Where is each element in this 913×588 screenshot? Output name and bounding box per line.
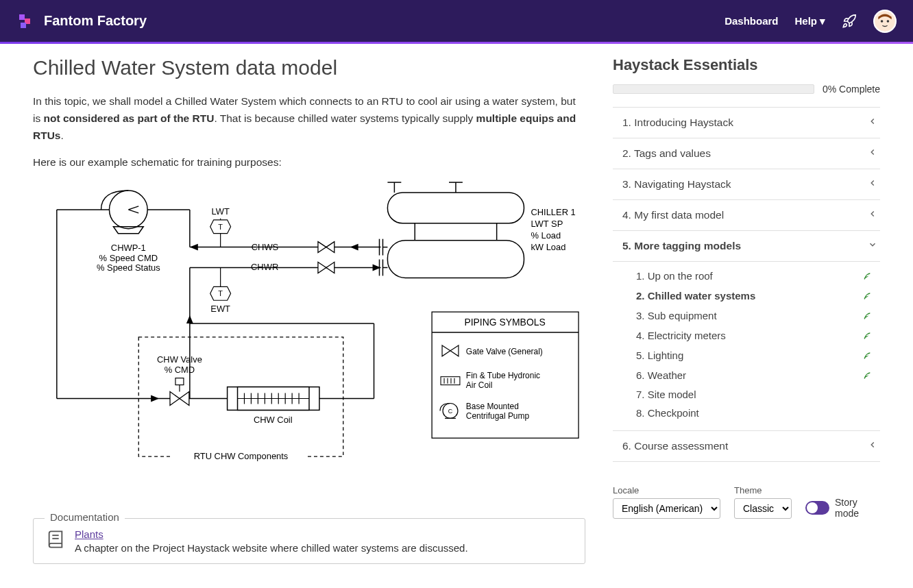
- svg-text:Base Mounted: Base Mounted: [466, 402, 519, 412]
- schematic-diagram: CHWP-1 % Speed CMD % Speed Status LWT T …: [33, 178, 585, 487]
- toc-sub-item[interactable]: 8. Checkpoint: [613, 404, 880, 422]
- toc-sub-label: 1. Up on the roof: [636, 270, 713, 282]
- toc-sub-item[interactable]: 7. Site model: [613, 385, 880, 404]
- svg-text:Gate Valve (General): Gate Valve (General): [466, 347, 543, 356]
- avatar[interactable]: [873, 10, 897, 33]
- svg-text:% Load: % Load: [531, 230, 561, 241]
- intro-end: .: [60, 130, 63, 141]
- toc-section[interactable]: 1. Introducing Haystack: [613, 107, 880, 138]
- toc-section[interactable]: 4. My first data model: [613, 200, 880, 231]
- svg-marker-20: [326, 242, 334, 253]
- svg-marker-17: [190, 244, 198, 251]
- header-right: Dashboard Help ▾: [725, 10, 897, 33]
- nav-help[interactable]: Help ▾: [794, 15, 825, 27]
- chevron-left-icon: [868, 178, 877, 191]
- toc-sub-label: 3. Sub equipment: [636, 310, 717, 321]
- nav-help-label: Help: [794, 15, 817, 27]
- toc-sub-label: 4. Electricity meters: [636, 330, 726, 341]
- rocket-icon[interactable]: [842, 14, 857, 29]
- svg-text:% Speed Status: % Speed Status: [97, 263, 160, 273]
- toc-section[interactable]: 2. Tags and values: [613, 138, 880, 169]
- toc-section[interactable]: 6. Course assessment: [613, 431, 880, 462]
- brand-name: Fantom Factory: [44, 13, 147, 29]
- doc-link-plants[interactable]: Plants: [75, 528, 104, 540]
- intro-bold1: not considered as part of the RTU: [44, 112, 215, 124]
- toc-sub-label: 5. Lighting: [636, 350, 683, 361]
- documentation-box: Documentation Plants A chapter on the Pr…: [33, 518, 585, 564]
- theme-select[interactable]: Classic: [734, 498, 792, 519]
- progress-label: 0% Complete: [823, 84, 880, 95]
- toc-sub-item[interactable]: 4. Electricity meters: [613, 326, 880, 345]
- header: Fantom Factory Dashboard Help ▾: [0, 0, 913, 42]
- documentation-legend: Documentation: [45, 511, 125, 523]
- svg-text:CHW Coil: CHW Coil: [254, 415, 293, 426]
- toc-section-label: 4. My first data model: [622, 209, 724, 221]
- svg-rect-2: [21, 23, 26, 28]
- locale-select[interactable]: English (American): [613, 498, 720, 519]
- leaf-icon: [862, 289, 873, 302]
- settings-row: Locale English (American) Theme Classic …: [613, 485, 880, 519]
- chevron-left-icon: [868, 147, 877, 160]
- toc-sub-item[interactable]: 3. Sub equipment: [613, 306, 880, 326]
- svg-text:CHW Valve: CHW Valve: [157, 354, 202, 365]
- toc-sub-label: 2. Chilled water systems: [636, 290, 755, 302]
- svg-text:C: C: [448, 408, 453, 415]
- progress-bar: [613, 84, 814, 94]
- toc-section-label: 2. Tags and values: [622, 147, 711, 160]
- svg-text:% Speed CMD: % Speed CMD: [99, 253, 158, 263]
- toc-sub-label: 6. Weather: [636, 369, 686, 381]
- leaf-icon: [862, 349, 873, 362]
- svg-text:CHWS: CHWS: [252, 242, 279, 252]
- svg-point-5: [887, 20, 890, 23]
- toc-section-label: 1. Introducing Haystack: [622, 117, 733, 129]
- toc-sub-label: 8. Checkpoint: [636, 407, 699, 419]
- locale-label: Locale: [613, 485, 720, 495]
- chevron-left-icon: [868, 440, 877, 452]
- svg-text:PIPING SYMBOLS: PIPING SYMBOLS: [464, 317, 545, 328]
- doc-description: A chapter on the Project Haystack websit…: [75, 542, 468, 554]
- svg-marker-60: [180, 392, 189, 406]
- theme-label: Theme: [734, 485, 792, 495]
- svg-marker-59: [170, 392, 180, 406]
- toc-section-label: 6. Course assessment: [622, 440, 728, 452]
- logo-icon: [16, 12, 36, 31]
- svg-rect-37: [387, 241, 524, 278]
- chevron-left-icon: [868, 209, 877, 221]
- progress-row: 0% Complete: [613, 84, 880, 95]
- toc-section[interactable]: 5. More tagging models: [613, 231, 880, 262]
- chevron-down-icon: [868, 240, 877, 252]
- intro-mid: . That is because chilled water systems …: [214, 112, 476, 124]
- svg-text:LWT SP: LWT SP: [531, 219, 563, 229]
- svg-text:% CMD: % CMD: [165, 365, 195, 375]
- svg-point-4: [881, 20, 884, 23]
- svg-marker-27: [318, 262, 326, 273]
- toc-sub-item[interactable]: 2. Chilled water systems: [613, 286, 880, 306]
- toc-sub-label: 7. Site model: [636, 389, 696, 400]
- toc-sub-item[interactable]: 6. Weather: [613, 365, 880, 385]
- story-mode-toggle[interactable]: [805, 501, 829, 515]
- story-mode-label: Story mode: [835, 497, 880, 519]
- svg-text:EWT: EWT: [210, 304, 230, 315]
- svg-rect-57: [175, 378, 184, 385]
- svg-rect-36: [387, 193, 524, 223]
- page-title: Chilled Water System data model: [33, 56, 585, 79]
- table-of-contents: 1. Introducing Haystack2. Tags and value…: [613, 107, 880, 462]
- svg-marker-21: [350, 244, 358, 251]
- chevron-down-icon: ▾: [820, 15, 825, 27]
- leaf-icon: [862, 309, 873, 322]
- toc-sublist: 1. Up on the roof2. Chilled water system…: [613, 262, 880, 431]
- toc-sub-item[interactable]: 5. Lighting: [613, 345, 880, 365]
- toc-section[interactable]: 3. Navigating Haystack: [613, 169, 880, 200]
- nav-dashboard[interactable]: Dashboard: [725, 15, 778, 27]
- svg-marker-19: [318, 242, 326, 253]
- svg-text:CHWR: CHWR: [251, 262, 278, 273]
- svg-text:kW Load: kW Load: [531, 242, 565, 252]
- svg-text:RTU CHW Components: RTU CHW Components: [194, 451, 289, 461]
- course-title: Haystack Essentials: [613, 56, 880, 74]
- svg-marker-80: [186, 316, 193, 324]
- leaf-icon: [862, 369, 873, 382]
- leaf-icon: [862, 269, 873, 282]
- sidebar: Haystack Essentials 0% Complete 1. Intro…: [613, 56, 880, 564]
- toc-sub-item[interactable]: 1. Up on the roof: [613, 266, 880, 286]
- book-icon: [46, 530, 65, 549]
